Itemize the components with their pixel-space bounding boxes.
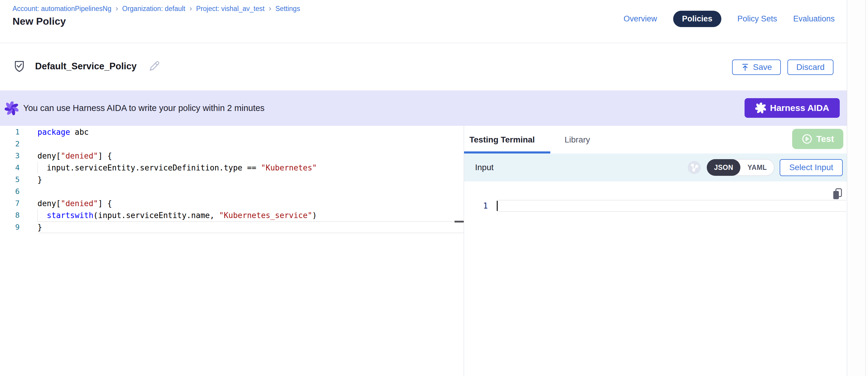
code-token: (input.serviceEntity.name, — [93, 211, 219, 220]
line-number: 7 — [0, 197, 26, 210]
code-line-row: 1package abc — [0, 126, 464, 138]
testing-pane: Testing Terminal Library Test Input — [464, 126, 847, 376]
line-number: 8 — [0, 210, 26, 221]
breadcrumb-item[interactable]: Account: automationPipelinesNg — [12, 5, 111, 13]
code-line[interactable]: deny["denied"] { — [37, 150, 464, 162]
tab-evaluations[interactable]: Evaluations — [793, 14, 835, 24]
code-line-row: 2 — [0, 138, 464, 150]
top-nav: OverviewPoliciesPolicy SetsEvaluations — [623, 11, 835, 27]
format-option-json[interactable]: JSON — [707, 159, 740, 176]
code-line[interactable] — [37, 138, 464, 150]
harness-aida-button[interactable]: Harness AIDA — [745, 98, 840, 118]
line-number: 2 — [0, 138, 26, 150]
format-option-yaml[interactable]: YAML — [740, 164, 774, 171]
code-token: } — [37, 223, 42, 232]
policy-editor-page: Account: automationPipelinesNg›Organizat… — [0, 0, 868, 376]
code-line[interactable] — [37, 186, 464, 197]
page-header: Account: automationPipelinesNg›Organizat… — [0, 0, 847, 43]
tab-policies[interactable]: Policies — [673, 11, 721, 27]
code-line-row: 5} — [0, 174, 464, 186]
code-token: "denied" — [61, 151, 98, 160]
code-token: deny[ — [37, 199, 61, 208]
input-editor-content[interactable] — [497, 200, 846, 212]
line-number: 6 — [0, 186, 26, 197]
code-token: startswith — [47, 211, 93, 220]
tab-overview[interactable]: Overview — [623, 14, 657, 24]
breadcrumb-item[interactable]: Project: vishal_av_test — [196, 5, 265, 13]
code-token: "Kubernetes_service" — [219, 211, 312, 220]
code-line[interactable]: } — [37, 174, 464, 186]
breadcrumb-item[interactable]: Organization: default — [122, 5, 185, 13]
code-token: abc — [70, 128, 89, 136]
tab-library[interactable]: Library — [565, 126, 590, 154]
overview-ruler-cursor-mark — [455, 221, 464, 222]
page-title: New Policy — [12, 15, 66, 27]
pencil-icon[interactable] — [148, 60, 160, 72]
input-panel-title: Input — [475, 163, 494, 172]
line-number: 9 — [0, 221, 26, 233]
code-token: ] { — [98, 151, 112, 160]
line-number: 5 — [0, 174, 26, 186]
code-token: package — [37, 128, 70, 136]
git-fork-icon — [687, 160, 702, 175]
testing-tabs-row: Testing Terminal Library Test — [464, 126, 847, 154]
code-line-row: 7deny["denied"] { — [0, 197, 464, 210]
upload-icon — [741, 63, 749, 71]
play-circle-icon — [801, 133, 813, 145]
tab-policy-sets[interactable]: Policy Sets — [737, 14, 777, 24]
code-line[interactable]: startswith(input.serviceEntity.name, "Ku… — [37, 210, 464, 221]
code-line[interactable]: } — [37, 221, 464, 233]
code-line[interactable]: input.serviceEntity.serviceDefinition.ty… — [37, 162, 464, 174]
code-token: "denied" — [61, 199, 98, 208]
code-line-row: 3deny["denied"] { — [0, 150, 464, 162]
harness-aida-button-label: Harness AIDA — [770, 103, 829, 113]
code-line-row: 6 — [0, 186, 464, 197]
code-token: "Kubernetes" — [261, 163, 317, 172]
select-input-button[interactable]: Select Input — [780, 159, 843, 176]
input-editor[interactable]: 1 — [464, 182, 847, 376]
policy-title-bar: Default_Service_Policy Save Discard — [0, 43, 847, 90]
input-format-toggle: JSON YAML — [707, 159, 774, 176]
text-cursor — [497, 201, 498, 211]
line-number: 1 — [464, 200, 497, 212]
code-line-row: 4 input.serviceEntity.serviceDefinition.… — [0, 162, 464, 174]
chevron-right-icon: › — [189, 4, 192, 13]
code-token: ] { — [98, 199, 112, 208]
chevron-right-icon: › — [269, 4, 271, 13]
shield-check-icon — [12, 59, 26, 73]
copy-icon[interactable] — [832, 188, 843, 200]
code-line-row: 8 startswith(input.serviceEntity.name, "… — [0, 210, 464, 221]
test-button-label: Test — [816, 134, 834, 144]
aida-flower-icon — [5, 101, 19, 115]
line-number: 3 — [0, 150, 26, 162]
code-token: deny[ — [37, 151, 61, 160]
input-panel-header: Input JSON YAML Select Input — [464, 154, 847, 182]
test-button[interactable]: Test — [792, 129, 843, 149]
code-token: input.serviceEntity.serviceDefinition.ty… — [37, 163, 261, 172]
input-panel-controls: JSON YAML Select Input — [687, 159, 843, 176]
code-line[interactable]: package abc — [37, 126, 464, 138]
line-number: 1 — [0, 126, 26, 138]
aida-banner-message-group: You can use Harness AIDA to write your p… — [5, 90, 265, 126]
aida-banner: You can use Harness AIDA to write your p… — [0, 90, 847, 126]
window-right-gutter — [847, 0, 868, 376]
code-token: } — [37, 175, 42, 184]
code-token — [37, 211, 47, 220]
policy-name: Default_Service_Policy — [35, 61, 136, 72]
breadcrumb: Account: automationPipelinesNg›Organizat… — [12, 5, 300, 13]
policy-identity: Default_Service_Policy — [12, 59, 160, 73]
tab-testing-terminal[interactable]: Testing Terminal — [469, 126, 535, 154]
code-line-row: 9} — [0, 221, 464, 233]
discard-button[interactable]: Discard — [787, 60, 834, 75]
policy-actions: Save Discard — [732, 60, 834, 75]
code-token: ) — [312, 211, 317, 220]
breadcrumb-item[interactable]: Settings — [275, 5, 300, 13]
aida-flower-icon — [755, 103, 766, 113]
active-tab-underline — [464, 151, 550, 154]
chevron-right-icon: › — [116, 4, 118, 13]
aida-banner-message: You can use Harness AIDA to write your p… — [23, 103, 265, 113]
code-line[interactable]: deny["denied"] { — [37, 197, 464, 210]
input-editor-line[interactable]: 1 — [464, 200, 846, 212]
line-number: 4 — [0, 162, 26, 174]
save-button[interactable]: Save — [732, 60, 781, 75]
